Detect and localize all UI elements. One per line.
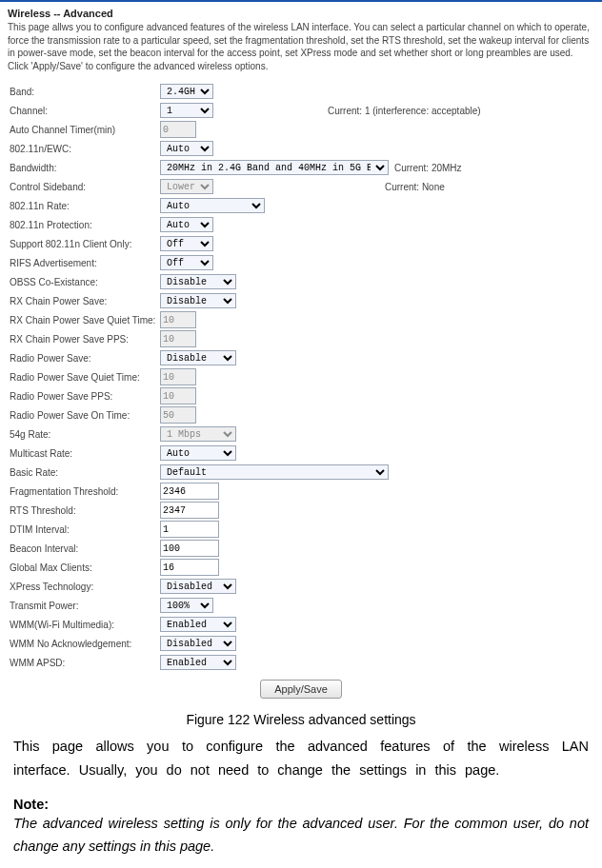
- row-s4g: 54g Rate: 1 Mbps: [8, 424, 594, 444]
- select-sideband[interactable]: Lower: [160, 179, 213, 194]
- input-rxquiet[interactable]: [160, 311, 196, 328]
- label-rxquiet: RX Chain Power Save Quiet Time:: [8, 315, 160, 326]
- label-radiopsq: Radio Power Save Quiet Time:: [8, 372, 160, 383]
- select-bandwidth[interactable]: 20MHz in 2.4G Band and 40MHz in 5G Band: [160, 160, 389, 175]
- row-channel: Channel: 1 Current: 1 (interference: acc…: [8, 101, 594, 120]
- label-rxpps: RX Chain Power Save PPS:: [8, 334, 160, 345]
- row-bandwidth: Bandwidth: 20MHz in 2.4G Band and 40MHz …: [8, 158, 594, 177]
- label-nprot: 802.11n Protection:: [8, 220, 160, 230]
- label-rts: RTS Threshold:: [8, 505, 160, 516]
- input-autochtimer[interactable]: [160, 121, 196, 138]
- select-multicast[interactable]: Auto: [160, 445, 236, 461]
- label-channel: Channel:: [8, 106, 160, 116]
- label-ewc: 802.11n/EWC:: [8, 144, 160, 154]
- label-radiopps: Radio Power Save PPS:: [8, 391, 160, 402]
- figure-caption: Figure 122 Wireless advanced settings: [0, 712, 602, 727]
- label-rifs: RIFS Advertisement:: [8, 258, 160, 268]
- row-beacon: Beacon Interval:: [8, 539, 594, 558]
- row-multicast: Multicast Rate: Auto: [8, 444, 594, 463]
- row-band: Band: 2.4GHz: [8, 82, 594, 101]
- row-dtim: DTIM Interval:: [8, 520, 594, 539]
- select-wmmapsd[interactable]: Enabled: [160, 655, 236, 670]
- label-txpower: Transmit Power:: [8, 601, 160, 611]
- body-paragraph: This page allows you to configure the ad…: [0, 735, 602, 783]
- input-radiopsq[interactable]: [160, 368, 196, 385]
- select-ewc[interactable]: Auto: [160, 141, 213, 156]
- row-basic: Basic Rate: Default: [8, 463, 594, 482]
- input-radiopps[interactable]: [160, 387, 196, 404]
- input-rts[interactable]: [160, 502, 219, 519]
- label-xpress: XPress Technology:: [8, 582, 160, 592]
- select-s4g[interactable]: 1 Mbps: [160, 426, 236, 442]
- row-rxpps: RX Chain Power Save PPS:: [8, 329, 594, 348]
- label-nrate: 802.11n Rate:: [8, 201, 160, 211]
- label-basic: Basic Rate:: [8, 467, 160, 478]
- row-radiopps: Radio Power Save PPS:: [8, 386, 594, 405]
- select-xpress[interactable]: Disabled: [160, 579, 236, 594]
- select-band[interactable]: 2.4GHz: [160, 84, 213, 99]
- note-body: The advanced wireless setting is only fo…: [0, 812, 602, 858]
- select-txpower[interactable]: 100%: [160, 598, 213, 613]
- label-rxchain: RX Chain Power Save:: [8, 296, 160, 306]
- label-wmm: WMM(Wi-Fi Multimedia):: [8, 620, 160, 630]
- select-channel[interactable]: 1: [160, 103, 213, 118]
- note-heading: Note:: [0, 797, 602, 812]
- label-bandwidth: Bandwidth:: [8, 163, 160, 173]
- row-rxchain: RX Chain Power Save: Disable: [8, 291, 594, 310]
- row-xpress: XPress Technology: Disabled: [8, 577, 594, 596]
- input-frag[interactable]: [160, 483, 219, 500]
- select-radiops[interactable]: Disable: [160, 350, 236, 365]
- select-rifs[interactable]: Off: [160, 255, 213, 270]
- label-wmmnoack: WMM No Acknowledgement:: [8, 639, 160, 649]
- select-nclientonly[interactable]: Off: [160, 236, 213, 251]
- label-dtim: DTIM Interval:: [8, 524, 160, 535]
- row-radiopsq: Radio Power Save Quiet Time:: [8, 367, 594, 386]
- select-nprot[interactable]: Auto: [160, 217, 213, 232]
- sideband-current-text: Current: None: [213, 182, 445, 192]
- row-rxquiet: RX Chain Power Save Quiet Time:: [8, 310, 594, 329]
- input-radioon[interactable]: [160, 406, 196, 424]
- label-sideband: Control Sideband:: [8, 182, 160, 192]
- panel-intro: This page allws you to configure advance…: [8, 21, 594, 72]
- select-obss[interactable]: Disable: [160, 274, 236, 289]
- label-radioon: Radio Power Save On Time:: [8, 410, 160, 421]
- panel-title: Wireless -- Advanced: [8, 8, 594, 19]
- label-s4g: 54g Rate:: [8, 429, 160, 440]
- select-wmm[interactable]: Enabled: [160, 617, 236, 632]
- label-multicast: Multicast Rate:: [8, 448, 160, 459]
- row-ewc: 802.11n/EWC: Auto: [8, 139, 594, 158]
- row-radioon: Radio Power Save On Time:: [8, 405, 594, 424]
- label-frag: Fragmentation Threshold:: [8, 486, 160, 497]
- row-nclientonly: Support 802.11n Client Only: Off: [8, 234, 594, 253]
- input-dtim[interactable]: [160, 521, 219, 538]
- row-nprot: 802.11n Protection: Auto: [8, 215, 594, 234]
- select-basic[interactable]: Default: [160, 464, 389, 480]
- label-obss: OBSS Co-Existance:: [8, 277, 160, 287]
- channel-current-text: Current: 1 (interference: acceptable): [213, 106, 481, 116]
- router-settings-screenshot: Wireless -- Advanced This page allws you…: [0, 0, 602, 706]
- row-sideband: Control Sideband: Lower Current: None: [8, 177, 594, 196]
- row-obss: OBSS Co-Existance: Disable: [8, 272, 594, 291]
- apply-save-button[interactable]: Apply/Save: [260, 680, 342, 699]
- input-maxcli[interactable]: [160, 559, 219, 576]
- label-beacon: Beacon Interval:: [8, 543, 160, 554]
- bandwidth-current-text: Current: 20MHz: [389, 163, 462, 173]
- row-wmmapsd: WMM APSD: Enabled: [8, 653, 594, 672]
- row-rifs: RIFS Advertisement: Off: [8, 253, 594, 272]
- row-nrate: 802.11n Rate: Auto: [8, 196, 594, 215]
- row-maxcli: Global Max Clients:: [8, 558, 594, 577]
- select-nrate[interactable]: Auto: [160, 198, 265, 213]
- label-autochtimer: Auto Channel Timer(min): [8, 125, 160, 135]
- input-rxpps[interactable]: [160, 330, 196, 347]
- label-wmmapsd: WMM APSD:: [8, 658, 160, 668]
- row-txpower: Transmit Power: 100%: [8, 596, 594, 615]
- input-beacon[interactable]: [160, 540, 219, 557]
- row-wmm: WMM(Wi-Fi Multimedia): Enabled: [8, 615, 594, 634]
- button-row: Apply/Save: [8, 672, 594, 702]
- select-wmmnoack[interactable]: Disabled: [160, 636, 236, 651]
- select-rxchain[interactable]: Disable: [160, 293, 236, 308]
- row-autochtimer: Auto Channel Timer(min): [8, 120, 594, 139]
- label-band: Band:: [8, 87, 160, 97]
- row-wmmnoack: WMM No Acknowledgement: Disabled: [8, 634, 594, 653]
- label-radiops: Radio Power Save:: [8, 353, 160, 364]
